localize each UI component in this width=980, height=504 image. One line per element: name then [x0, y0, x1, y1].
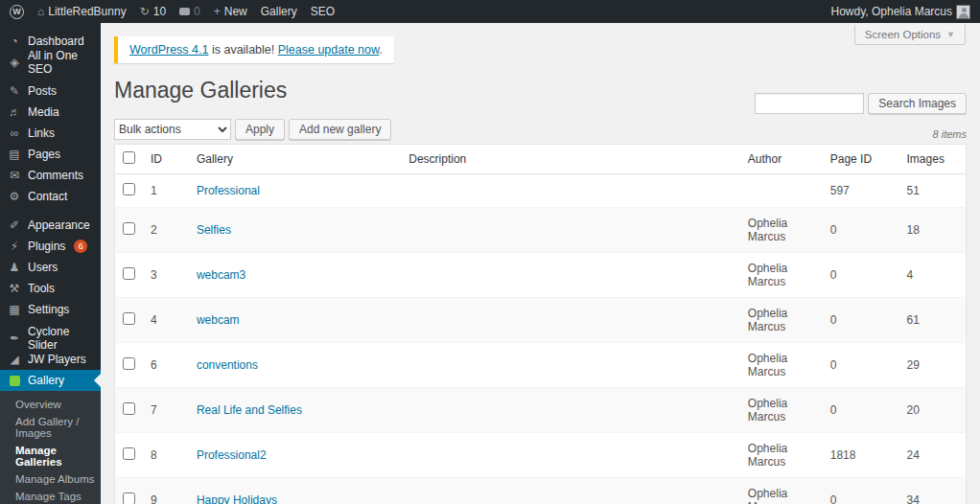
header-page-id[interactable]: Page ID — [823, 145, 899, 174]
gallery-link[interactable]: Selfies — [197, 223, 231, 237]
header-id[interactable]: ID — [143, 145, 189, 174]
table-row: 3 webcam3 Ophelia Marcus 0 4 — [115, 253, 967, 298]
account-menu[interactable]: Howdy, Ophelia Marcus — [831, 5, 971, 19]
cell-description — [401, 298, 740, 343]
table-row: 8 Professional2 Ophelia Marcus 1818 24 — [115, 433, 967, 478]
cell-description — [401, 433, 740, 478]
updates-count: 10 — [153, 5, 166, 18]
cell-description — [401, 343, 740, 388]
gallery-link[interactable]: Professional — [197, 184, 260, 197]
items-count-top: 8 items — [933, 128, 967, 140]
gallery-link[interactable]: Professional2 — [197, 448, 267, 462]
sidebar-item-jw-players[interactable]: ◢ JW Players — [0, 349, 101, 370]
search-input[interactable] — [755, 93, 864, 114]
seo-menu[interactable]: SEO — [311, 5, 335, 18]
row-checkbox[interactable] — [123, 493, 135, 504]
select-all-checkbox[interactable] — [123, 151, 135, 164]
gallery-menu[interactable]: Gallery — [261, 5, 297, 18]
gallery-link[interactable]: conventions — [197, 358, 258, 372]
sidebar-item-pages[interactable]: ▤ Pages — [0, 144, 101, 165]
cell-author: Ophelia Marcus — [740, 343, 823, 388]
gallery-link[interactable]: webcam3 — [197, 268, 245, 282]
update-now-link[interactable]: Please update now — [278, 43, 380, 57]
submenu-item-manage-albums[interactable]: Manage Albums — [0, 470, 101, 488]
sidebar-item-comments[interactable]: ✉ Comments — [0, 165, 101, 186]
sidebar-item-label: All in One SEO — [28, 49, 95, 76]
wrench-icon: ⚒ — [8, 282, 21, 295]
header-author[interactable]: Author — [740, 145, 823, 174]
sidebar-item-plugins[interactable]: ⚡ Plugins 6 — [0, 236, 101, 257]
cell-page-id: 0 — [823, 388, 899, 433]
search-box: Search Images — [755, 93, 967, 114]
submenu-item-manage-tags[interactable]: Manage Tags — [0, 488, 101, 504]
plugin-icon: ⚡ — [8, 240, 21, 253]
plus-icon: + — [214, 6, 221, 17]
gauge-icon: ◔ — [8, 34, 21, 48]
cell-description — [401, 388, 740, 433]
sidebar-item-cyclone-slider[interactable]: ✒ Cyclone Slider — [0, 328, 101, 349]
site-name-menu[interactable]: ⌂ LittleRedBunny — [37, 5, 127, 18]
sidebar-item-links[interactable]: ∞ Links — [0, 123, 101, 144]
comment-bubble-icon: ✉ — [8, 169, 21, 182]
screen-options-button[interactable]: Screen Options ▼ — [854, 25, 966, 45]
sidebar-item-all-in-one-seo[interactable]: ◈ All in One SEO — [0, 52, 101, 73]
gallery-link[interactable]: webcam — [197, 313, 240, 327]
notice-text: is available! — [208, 43, 277, 57]
row-checkbox[interactable] — [123, 183, 135, 195]
sidebar-item-label: Settings — [28, 303, 69, 316]
submenu-item-add-gallery-images[interactable]: Add Gallery / Images — [0, 413, 101, 442]
row-checkbox[interactable] — [123, 222, 135, 235]
search-images-button[interactable]: Search Images — [868, 93, 967, 114]
sidebar-item-label: JW Players — [28, 353, 86, 366]
chain-icon: ∞ — [8, 126, 21, 140]
row-checkbox[interactable] — [123, 357, 135, 370]
wordpress-logo-menu[interactable]: W — [10, 5, 24, 19]
gallery-menu-label: Gallery — [261, 5, 297, 18]
cell-page-id: 0 — [823, 208, 899, 253]
row-checkbox[interactable] — [123, 312, 135, 325]
comments-menu[interactable]: 0 — [179, 5, 200, 18]
sidebar-item-contact[interactable]: ⚙ Contact — [0, 186, 101, 207]
admin-bar: W ⌂ LittleRedBunny ↻ 10 0 + New Gallery … — [0, 0, 980, 23]
plugins-update-badge: 6 — [74, 240, 87, 253]
sidebar-item-label: Pages — [28, 148, 60, 161]
gear-icon: ⚙ — [8, 190, 21, 203]
row-checkbox[interactable] — [123, 267, 135, 280]
header-gallery[interactable]: Gallery — [189, 145, 401, 174]
row-checkbox[interactable] — [123, 402, 135, 415]
add-new-gallery-button[interactable]: Add new gallery — [289, 119, 391, 140]
cell-author — [740, 174, 823, 208]
sidebar-item-users[interactable]: ♟ Users — [0, 257, 101, 278]
gallery-link[interactable]: Real Life and Selfies — [197, 403, 302, 417]
row-checkbox[interactable] — [123, 447, 135, 460]
new-content-menu[interactable]: + New — [214, 5, 247, 18]
cell-description — [401, 253, 740, 298]
bulk-actions-select[interactable]: Bulk actions — [114, 119, 231, 140]
sidebar-item-label: Appearance — [28, 218, 90, 232]
player-icon: ◢ — [8, 353, 21, 366]
header-description[interactable]: Description — [401, 145, 740, 174]
updates-menu[interactable]: ↻ 10 — [140, 5, 166, 18]
sidebar-item-settings[interactable]: ▦ Settings — [0, 299, 101, 320]
submenu-item-overview[interactable]: Overview — [0, 396, 101, 413]
sidebar-item-label: Comments — [28, 169, 83, 182]
cell-images: 18 — [899, 208, 967, 253]
header-images[interactable]: Images — [899, 145, 967, 174]
cell-images: 34 — [899, 478, 967, 504]
comments-count: 0 — [194, 5, 200, 18]
wordpress-version-link[interactable]: WordPress 4.1 — [129, 43, 208, 57]
sidebar-item-posts[interactable]: ✎ Posts — [0, 80, 101, 102]
sidebar-item-gallery[interactable]: Gallery — [0, 370, 101, 391]
submenu-item-manage-galleries[interactable]: Manage Galleries — [0, 442, 101, 470]
sidebar-item-media[interactable]: ♬ Media — [0, 102, 101, 123]
table-row: 2 Selfies Ophelia Marcus 0 18 — [115, 208, 967, 253]
sidebar-item-label: Media — [28, 105, 59, 119]
sidebar-item-tools[interactable]: ⚒ Tools — [0, 278, 101, 299]
apply-button[interactable]: Apply — [235, 119, 285, 140]
cell-author: Ophelia Marcus — [740, 388, 823, 433]
gallery-submenu: Overview Add Gallery / Images Manage Gal… — [0, 391, 101, 504]
gallery-link[interactable]: Happy Holidays — [197, 493, 277, 504]
tablenav-top: Bulk actions Apply Add new gallery 8 ite… — [114, 119, 967, 140]
sidebar-item-appearance[interactable]: ✐ Appearance — [0, 215, 101, 236]
cell-author: Ophelia Marcus — [740, 298, 823, 343]
